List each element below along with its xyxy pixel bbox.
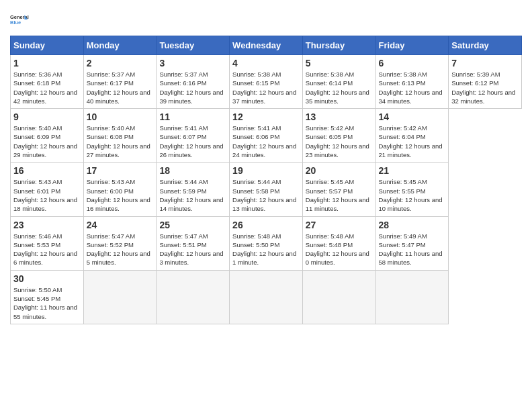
day-info: Sunrise: 5:41 AMSunset: 6:07 PMDaylight:…: [159, 124, 226, 159]
weekday-header: Tuesday: [157, 36, 230, 55]
calendar-day-cell: 13Sunrise: 5:42 AMSunset: 6:05 PMDayligh…: [302, 109, 375, 163]
calendar-table: SundayMondayTuesdayWednesdayThursdayFrid…: [10, 36, 522, 324]
calendar-day-cell: 2Sunrise: 5:37 AMSunset: 6:17 PMDaylight…: [83, 55, 157, 109]
calendar-day-cell: 7Sunrise: 5:39 AMSunset: 6:12 PMDaylight…: [449, 55, 522, 109]
day-info: Sunrise: 5:43 AMSunset: 6:00 PMDaylight:…: [87, 177, 154, 213]
weekday-header: Friday: [375, 36, 449, 55]
calendar-day-cell: 9Sunrise: 5:40 AMSunset: 6:09 PMDaylight…: [11, 109, 84, 163]
day-number: 12: [232, 111, 300, 122]
day-number: 7: [451, 58, 519, 68]
calendar-day-cell: 6Sunrise: 5:38 AMSunset: 6:13 PMDaylight…: [375, 55, 449, 109]
calendar-day-cell: 27Sunrise: 5:48 AMSunset: 5:48 PMDayligh…: [302, 216, 375, 270]
day-info: Sunrise: 5:42 AMSunset: 6:05 PMDaylight:…: [306, 124, 373, 159]
day-info: Sunrise: 5:50 AMSunset: 5:45 PMDaylight:…: [13, 285, 81, 321]
day-number: 19: [232, 165, 300, 176]
day-info: Sunrise: 5:47 AMSunset: 5:52 PMDaylight:…: [87, 232, 154, 267]
day-number: 23: [13, 220, 81, 230]
logo: GeneralBlue: [10, 10, 29, 29]
calendar-day-cell: 19Sunrise: 5:44 AMSunset: 5:58 PMDayligh…: [230, 163, 303, 216]
weekday-header-row: SundayMondayTuesdayWednesdayThursdayFrid…: [11, 36, 522, 55]
day-info: Sunrise: 5:48 AMSunset: 5:48 PMDaylight:…: [306, 232, 373, 267]
calendar-day-cell: [302, 270, 375, 324]
day-info: Sunrise: 5:38 AMSunset: 6:14 PMDaylight:…: [306, 70, 373, 105]
day-number: 13: [306, 111, 373, 122]
calendar-day-cell: 17Sunrise: 5:43 AMSunset: 6:00 PMDayligh…: [83, 163, 157, 216]
day-number: 30: [13, 273, 81, 284]
calendar-day-cell: 16Sunrise: 5:43 AMSunset: 6:01 PMDayligh…: [11, 163, 84, 216]
calendar-day-cell: 21Sunrise: 5:45 AMSunset: 5:55 PMDayligh…: [375, 163, 449, 216]
day-info: Sunrise: 5:39 AMSunset: 6:12 PMDaylight:…: [451, 70, 519, 105]
calendar-day-cell: 24Sunrise: 5:47 AMSunset: 5:52 PMDayligh…: [83, 216, 157, 270]
calendar-week-row: 30Sunrise: 5:50 AMSunset: 5:45 PMDayligh…: [11, 270, 522, 324]
day-number: 18: [159, 165, 226, 176]
day-number: 20: [306, 165, 373, 176]
weekday-header: Sunday: [11, 36, 84, 55]
day-number: 24: [87, 220, 154, 230]
calendar-week-row: 23Sunrise: 5:46 AMSunset: 5:53 PMDayligh…: [11, 216, 522, 270]
day-number: 27: [306, 220, 373, 230]
weekday-header: Monday: [83, 36, 157, 55]
calendar-day-cell: [157, 270, 230, 324]
calendar-day-cell: [375, 270, 449, 324]
day-info: Sunrise: 5:40 AMSunset: 6:08 PMDaylight:…: [87, 124, 154, 159]
day-info: Sunrise: 5:42 AMSunset: 6:04 PMDaylight:…: [379, 124, 446, 159]
calendar-day-cell: 20Sunrise: 5:45 AMSunset: 5:57 PMDayligh…: [302, 163, 375, 216]
day-number: 5: [306, 58, 373, 68]
calendar-day-cell: 12Sunrise: 5:41 AMSunset: 6:06 PMDayligh…: [230, 109, 303, 163]
day-number: 11: [159, 111, 226, 122]
day-info: Sunrise: 5:47 AMSunset: 5:51 PMDaylight:…: [159, 232, 226, 267]
day-info: Sunrise: 5:46 AMSunset: 5:53 PMDaylight:…: [13, 232, 81, 267]
day-number: 6: [379, 58, 446, 68]
page-header: GeneralBlue: [10, 10, 522, 29]
calendar-day-cell: [230, 270, 303, 324]
day-info: Sunrise: 5:41 AMSunset: 6:06 PMDaylight:…: [232, 124, 300, 159]
day-info: Sunrise: 5:44 AMSunset: 5:58 PMDaylight:…: [232, 177, 300, 213]
day-number: 3: [159, 58, 226, 68]
calendar-day-cell: 18Sunrise: 5:44 AMSunset: 5:59 PMDayligh…: [157, 163, 230, 216]
calendar-week-row: 9Sunrise: 5:40 AMSunset: 6:09 PMDaylight…: [11, 109, 522, 163]
logo-icon: GeneralBlue: [10, 10, 29, 29]
day-info: Sunrise: 5:44 AMSunset: 5:59 PMDaylight:…: [159, 177, 226, 213]
day-number: 2: [87, 58, 154, 68]
day-number: 1: [13, 58, 81, 68]
calendar-day-cell: 4Sunrise: 5:38 AMSunset: 6:15 PMDaylight…: [230, 55, 303, 109]
calendar-day-cell: 10Sunrise: 5:40 AMSunset: 6:08 PMDayligh…: [83, 109, 157, 163]
day-number: 21: [379, 165, 446, 176]
calendar-day-cell: 5Sunrise: 5:38 AMSunset: 6:14 PMDaylight…: [302, 55, 375, 109]
day-info: Sunrise: 5:48 AMSunset: 5:50 PMDaylight:…: [232, 232, 300, 267]
calendar-day-cell: 30Sunrise: 5:50 AMSunset: 5:45 PMDayligh…: [11, 270, 84, 324]
calendar-day-cell: 11Sunrise: 5:41 AMSunset: 6:07 PMDayligh…: [157, 109, 230, 163]
day-number: 16: [13, 165, 81, 176]
calendar-day-cell: 23Sunrise: 5:46 AMSunset: 5:53 PMDayligh…: [11, 216, 84, 270]
day-info: Sunrise: 5:36 AMSunset: 6:18 PMDaylight:…: [13, 70, 81, 105]
calendar-week-row: 16Sunrise: 5:43 AMSunset: 6:01 PMDayligh…: [11, 163, 522, 216]
day-number: 14: [379, 111, 446, 122]
day-info: Sunrise: 5:40 AMSunset: 6:09 PMDaylight:…: [13, 124, 81, 159]
calendar-day-cell: 3Sunrise: 5:37 AMSunset: 6:16 PMDaylight…: [157, 55, 230, 109]
calendar-week-row: 1Sunrise: 5:36 AMSunset: 6:18 PMDaylight…: [11, 55, 522, 109]
day-info: Sunrise: 5:37 AMSunset: 6:16 PMDaylight:…: [159, 70, 226, 105]
calendar-day-cell: 14Sunrise: 5:42 AMSunset: 6:04 PMDayligh…: [375, 109, 449, 163]
day-number: 25: [159, 220, 226, 230]
weekday-header: Wednesday: [230, 36, 303, 55]
weekday-header: Thursday: [302, 36, 375, 55]
day-number: 28: [379, 220, 446, 230]
day-number: 4: [232, 58, 300, 68]
svg-text:Blue: Blue: [10, 19, 21, 26]
day-info: Sunrise: 5:38 AMSunset: 6:13 PMDaylight:…: [379, 70, 446, 105]
calendar-day-cell: [83, 270, 157, 324]
day-info: Sunrise: 5:49 AMSunset: 5:47 PMDaylight:…: [379, 232, 446, 267]
weekday-header: Saturday: [449, 36, 522, 55]
calendar-day-cell: 26Sunrise: 5:48 AMSunset: 5:50 PMDayligh…: [230, 216, 303, 270]
day-info: Sunrise: 5:43 AMSunset: 6:01 PMDaylight:…: [13, 177, 81, 213]
day-number: 26: [232, 220, 300, 230]
calendar-day-cell: 1Sunrise: 5:36 AMSunset: 6:18 PMDaylight…: [11, 55, 84, 109]
day-number: 17: [87, 165, 154, 176]
day-info: Sunrise: 5:45 AMSunset: 5:57 PMDaylight:…: [306, 177, 373, 213]
calendar-day-cell: 25Sunrise: 5:47 AMSunset: 5:51 PMDayligh…: [157, 216, 230, 270]
day-number: 10: [87, 111, 154, 122]
calendar-day-cell: 28Sunrise: 5:49 AMSunset: 5:47 PMDayligh…: [375, 216, 449, 270]
day-info: Sunrise: 5:45 AMSunset: 5:55 PMDaylight:…: [379, 177, 446, 213]
day-info: Sunrise: 5:38 AMSunset: 6:15 PMDaylight:…: [232, 70, 300, 105]
day-info: Sunrise: 5:37 AMSunset: 6:17 PMDaylight:…: [87, 70, 154, 105]
